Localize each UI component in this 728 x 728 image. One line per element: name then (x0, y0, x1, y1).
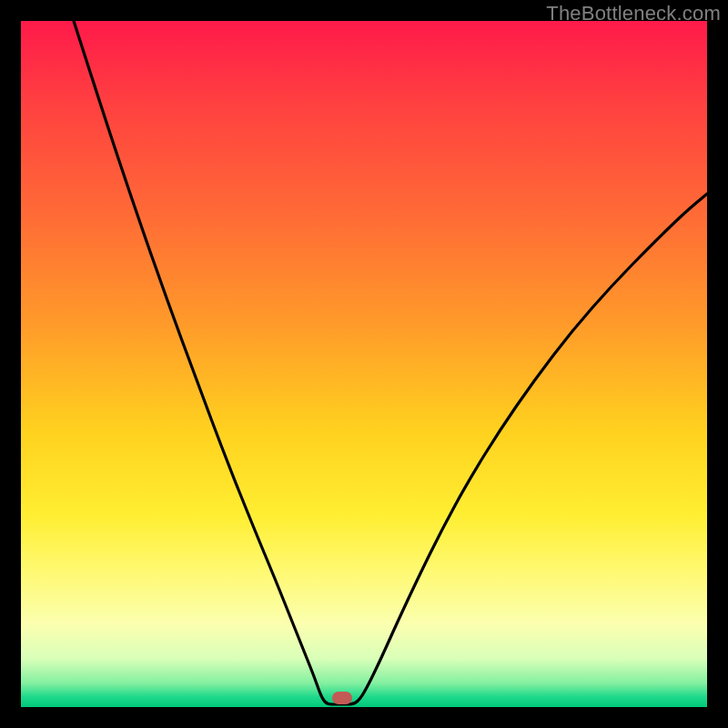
chart-frame (21, 21, 707, 707)
bottleneck-curve (74, 21, 707, 704)
curve-layer (21, 21, 707, 707)
optimum-marker (332, 692, 352, 704)
